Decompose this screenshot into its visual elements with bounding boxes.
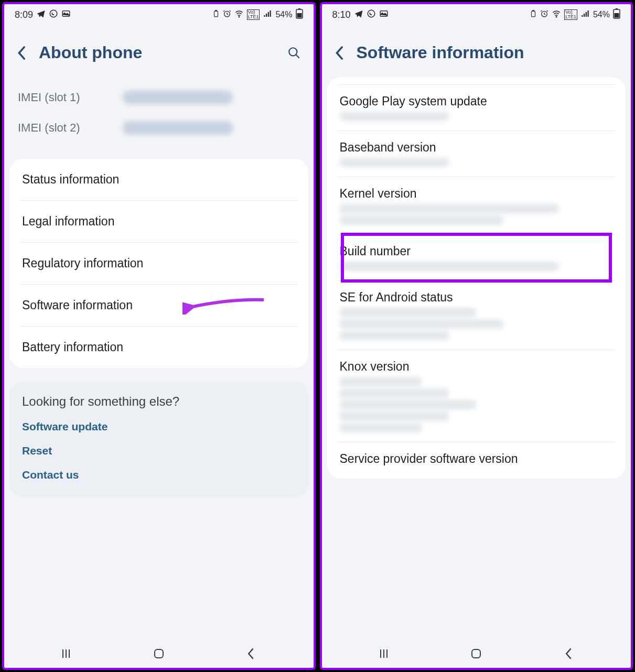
back-button[interactable] (15, 46, 29, 60)
search-button[interactable] (285, 44, 303, 62)
alarm-icon (223, 9, 231, 20)
page-title: Software information (357, 43, 621, 62)
battery-icon (296, 8, 303, 21)
annotation-arrow-icon (182, 294, 266, 318)
legal-information-label: Legal information (22, 214, 114, 228)
imei-slot-2-row[interactable]: IMEI (slot 2) (18, 113, 300, 143)
clock: 8:10 (332, 9, 351, 20)
status-information-item[interactable]: Status information (20, 159, 298, 201)
contact-us-link[interactable]: Contact us (22, 469, 296, 481)
svg-rect-18 (616, 8, 618, 9)
content-area: Google Play system update Baseband versi… (322, 77, 631, 640)
back-nav-button[interactable] (561, 646, 577, 662)
svg-point-16 (556, 16, 557, 17)
recents-button[interactable] (376, 646, 392, 662)
redacted-value (340, 377, 422, 386)
service-provider-sw-item[interactable]: Service provider software version (338, 442, 616, 479)
recents-button[interactable] (58, 646, 74, 662)
back-nav-button[interactable] (243, 646, 259, 662)
navigation-bar (4, 640, 314, 668)
about-phone-screen: 8:09 Vo)LTE1 54% (2, 2, 316, 670)
imei-2-value-redacted (123, 121, 233, 135)
legal-information-item[interactable]: Legal information (20, 201, 298, 243)
google-play-update-item[interactable]: Google Play system update (338, 84, 616, 131)
knox-version-label: Knox version (340, 360, 614, 374)
telegram-icon (36, 9, 46, 21)
redacted-value (340, 400, 477, 409)
whatsapp-icon (367, 9, 376, 21)
redacted-value (340, 411, 449, 421)
telegram-icon (354, 9, 363, 21)
home-button[interactable] (468, 646, 484, 662)
build-number-item[interactable]: Build number (338, 235, 616, 281)
redacted-value (340, 215, 504, 225)
reset-link[interactable]: Reset (22, 445, 296, 457)
battery-icon (613, 8, 620, 21)
gallery-icon (379, 9, 389, 21)
page-title: About phone (39, 43, 276, 62)
clock: 8:09 (15, 9, 33, 20)
svg-point-11 (368, 10, 375, 17)
imei-1-label: IMEI (slot 1) (18, 91, 123, 104)
battery-percent: 54% (593, 10, 610, 19)
software-information-label: Software information (22, 298, 133, 312)
baseband-version-item[interactable]: Baseband version (338, 131, 616, 177)
imei-block: IMEI (slot 1) IMEI (slot 2) (4, 77, 314, 159)
navigation-bar (322, 640, 631, 668)
page-header: Software information (322, 25, 631, 77)
svg-point-9 (289, 48, 297, 56)
gallery-icon (61, 9, 71, 21)
svg-rect-3 (215, 10, 216, 12)
software-info-card: Google Play system update Baseband versi… (327, 77, 626, 479)
back-button[interactable] (332, 46, 347, 60)
redacted-value (340, 319, 504, 329)
battery-low-icon (530, 10, 537, 19)
battery-information-item[interactable]: Battery information (20, 327, 298, 368)
battery-low-icon (212, 10, 220, 19)
redacted-value (340, 388, 449, 398)
imei-2-label: IMEI (slot 2) (18, 121, 123, 135)
software-update-link[interactable]: Software update (22, 420, 296, 433)
svg-rect-7 (298, 8, 300, 9)
volte-icon: Vo)LTE1 (247, 9, 260, 20)
baseband-version-label: Baseband version (340, 140, 614, 155)
svg-rect-8 (297, 13, 302, 18)
redacted-value (340, 331, 449, 340)
status-bar: 8:09 Vo)LTE1 54% (4, 4, 314, 25)
status-bar: 8:10 Vo)LTE1 54% (322, 4, 631, 25)
imei-slot-1-row[interactable]: IMEI (slot 1) (18, 82, 300, 113)
content-area: IMEI (slot 1) IMEI (slot 2) Status infor… (4, 77, 314, 640)
svg-point-5 (239, 16, 240, 17)
signal-icon (263, 9, 272, 20)
kernel-version-item[interactable]: Kernel version (338, 177, 616, 235)
svg-rect-13 (532, 11, 535, 16)
software-information-screen: 8:10 Vo)LTE1 54% (320, 2, 633, 670)
regulatory-information-label: Regulatory information (22, 256, 143, 270)
looking-for-block: Looking for something else? Software upd… (9, 382, 308, 497)
service-provider-sw-label: Service provider software version (340, 452, 614, 466)
footer-heading: Looking for something else? (22, 394, 296, 409)
signal-icon (580, 9, 590, 20)
google-play-update-label: Google Play system update (340, 94, 614, 109)
redacted-value (340, 158, 449, 167)
se-android-status-label: SE for Android status (340, 290, 614, 305)
se-android-status-item[interactable]: SE for Android status (338, 281, 616, 350)
svg-rect-2 (214, 11, 218, 16)
redacted-value (340, 112, 449, 121)
regulatory-information-item[interactable]: Regulatory information (20, 243, 298, 285)
imei-1-value-redacted (123, 91, 233, 104)
knox-version-item[interactable]: Knox version (338, 350, 616, 442)
software-information-item[interactable]: Software information (20, 285, 298, 327)
page-header: About phone (4, 25, 314, 77)
status-information-label: Status information (22, 172, 119, 186)
kernel-version-label: Kernel version (340, 187, 614, 201)
svg-rect-19 (615, 13, 619, 18)
build-number-label: Build number (340, 244, 614, 258)
svg-point-0 (50, 10, 57, 17)
home-button[interactable] (151, 646, 167, 662)
alarm-icon (540, 9, 548, 20)
wifi-icon (234, 9, 244, 20)
svg-rect-14 (533, 10, 534, 12)
battery-percent: 54% (275, 10, 292, 19)
volte-icon: Vo)LTE1 (564, 9, 577, 20)
